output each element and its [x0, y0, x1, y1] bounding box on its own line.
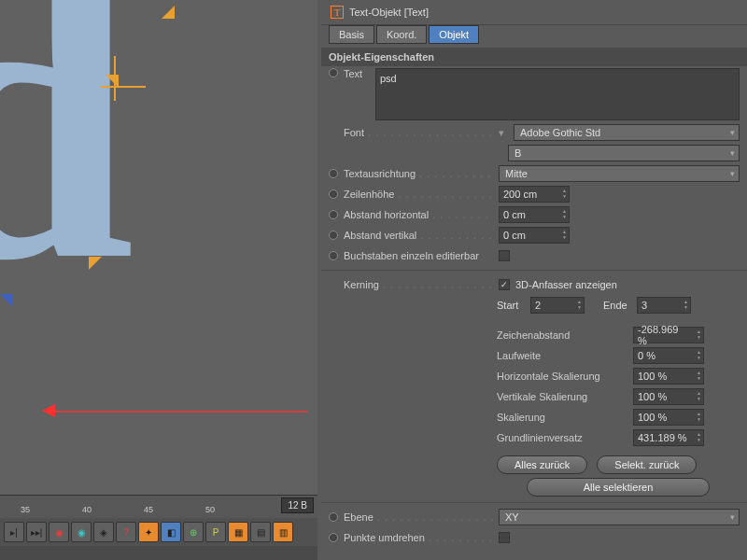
editchars-label: Buchstaben einzeln editierbar — [344, 250, 493, 261]
select-all-button[interactable]: Alle selektieren — [527, 478, 711, 497]
align-label: Textausrichtung — [344, 168, 493, 179]
hspacing-label: Abstand horizontal — [344, 209, 493, 220]
tab-objekt[interactable]: Objekt — [429, 25, 479, 44]
autokey-button[interactable]: ◉ — [71, 522, 92, 542]
font-weight-dropdown[interactable]: B — [508, 145, 740, 161]
tab-koord[interactable]: Koord. — [376, 25, 427, 44]
flip-label: Punkte umdrehen — [344, 532, 493, 543]
radio-icon[interactable] — [329, 512, 338, 522]
handle-icon[interactable] — [106, 75, 119, 88]
handle-icon[interactable] — [0, 294, 13, 307]
help-button[interactable]: ? — [116, 522, 136, 542]
handle-icon[interactable] — [162, 6, 175, 19]
chevron-down-icon[interactable]: ▾ — [499, 127, 508, 139]
reset-all-button[interactable]: Alles zurück — [497, 455, 587, 474]
tick: 40 — [82, 505, 92, 514]
start-input[interactable]: 2▲▼ — [530, 297, 585, 314]
lineheight-input[interactable]: 200 cm▲▼ — [499, 186, 570, 203]
tick: 45 — [144, 505, 153, 514]
tool-button[interactable]: P — [205, 522, 226, 542]
lineheight-label: Zeilenhöhe — [344, 189, 493, 200]
radio-icon[interactable] — [329, 533, 338, 542]
transport-bar: ▸| ▸▸| ◉ ◉ ◈ ? ✦ ◧ ⊕ P ▦ ▤ ▥ — [0, 518, 317, 546]
hscale-label: Horizontale Skalierung — [497, 371, 627, 382]
font-label: Font — [344, 127, 493, 138]
vspacing-input[interactable]: 0 cm▲▼ — [499, 227, 570, 244]
radio-icon[interactable] — [329, 189, 338, 199]
tabs: Basis Koord. Objekt — [321, 25, 747, 48]
radio-icon[interactable] — [329, 231, 338, 240]
tick: 35 — [21, 505, 30, 514]
arrow-left-icon — [42, 404, 55, 417]
tick: 50 — [205, 505, 215, 514]
hscale-input[interactable]: 100 %▲▼ — [633, 368, 704, 385]
tool-button[interactable]: ▥ — [273, 522, 293, 542]
attributes-panel: T Text-Objekt [Text] Basis Koord. Objekt… — [321, 0, 747, 560]
baseline-input[interactable]: 431.189 %▲▼ — [633, 429, 704, 446]
prev-button[interactable]: ▸| — [4, 522, 24, 542]
scale-label: Skalierung — [497, 412, 627, 423]
tracking-input[interactable]: 0 %▲▼ — [633, 347, 704, 364]
kerning-label: Kerning — [344, 279, 493, 290]
reset-selection-button[interactable]: Selekt. zurück — [597, 455, 697, 474]
charspacing-label: Zeichenabstand — [497, 329, 627, 341]
vspacing-label: Abstand vertikal — [344, 230, 493, 241]
align-dropdown[interactable]: Mitte — [499, 165, 740, 182]
radio-icon[interactable] — [329, 251, 338, 260]
text-input[interactable]: psd — [375, 68, 740, 120]
tool-button[interactable]: ▦ — [228, 522, 248, 542]
text-object-icon: T — [331, 6, 344, 19]
end-label: Ende — [603, 300, 631, 311]
hspacing-input[interactable]: 0 cm▲▼ — [499, 206, 570, 223]
scale-input[interactable]: 100 %▲▼ — [633, 409, 704, 426]
font-dropdown[interactable]: Adobe Gothic Std — [514, 124, 740, 141]
section-header: Objekt-Eigenschaften — [321, 48, 747, 66]
handle-icon[interactable] — [89, 257, 102, 270]
end-input[interactable]: 3▲▼ — [637, 297, 691, 314]
timeline: 35 40 45 50 12 B ▸| ▸▸| ◉ ◉ ◈ ? ✦ ◧ ⊕ P … — [0, 495, 317, 560]
frame-badge: 12 B — [281, 497, 314, 513]
radio-icon[interactable] — [329, 210, 338, 219]
vscale-label: Vertikale Skalierung — [497, 391, 627, 402]
radio-icon[interactable] — [329, 169, 338, 178]
baseline-label: Grundlinienversatz — [497, 432, 627, 443]
flip-checkbox[interactable] — [499, 532, 510, 543]
show3d-checkbox[interactable]: ✓ — [499, 279, 510, 290]
tracking-label: Laufweite — [497, 350, 627, 361]
text-label: Text — [344, 68, 370, 79]
show3d-label: 3D-Anfasser anzeigen — [515, 279, 617, 290]
next-button[interactable]: ▸▸| — [26, 522, 47, 542]
tool-button[interactable]: ▤ — [250, 522, 271, 542]
viewport-3d[interactable]: d — [0, 0, 317, 495]
plane-label: Ebene — [344, 511, 493, 523]
tool-button[interactable]: ⊕ — [183, 522, 204, 542]
start-label: Start — [497, 300, 525, 311]
tool-button[interactable]: ✦ — [138, 522, 159, 542]
tool-button[interactable]: ◧ — [161, 522, 181, 542]
plane-dropdown[interactable]: XY — [499, 509, 740, 525]
vscale-input[interactable]: 100 %▲▼ — [633, 388, 704, 405]
panel-header: T Text-Objekt [Text] — [321, 0, 747, 25]
panel-title: Text-Objekt [Text] — [349, 7, 429, 18]
ruler[interactable]: 35 40 45 50 12 B — [0, 496, 317, 518]
axis-red — [47, 411, 308, 413]
charspacing-input[interactable]: -268.969 %▲▼ — [633, 327, 704, 343]
record-button[interactable]: ◉ — [49, 522, 69, 542]
radio-icon[interactable] — [329, 68, 338, 77]
tab-basis[interactable]: Basis — [329, 25, 374, 44]
key-button[interactable]: ◈ — [93, 522, 114, 542]
editchars-checkbox[interactable] — [499, 250, 510, 261]
text-glyph-d: d — [0, 0, 93, 271]
